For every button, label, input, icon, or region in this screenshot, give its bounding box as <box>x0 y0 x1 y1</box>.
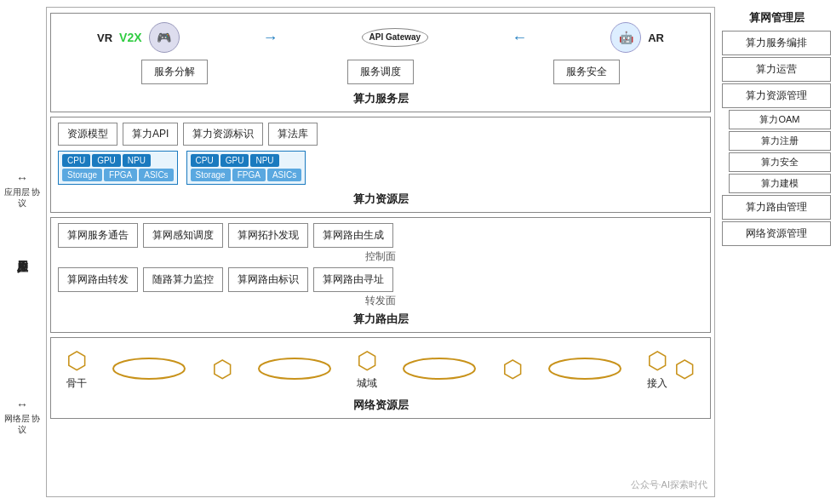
cr-item-1: 算力API <box>123 123 178 146</box>
left-panel: 用户及应用 ↔ 应用层 协议 ↔ 网络层 协议 <box>0 7 44 497</box>
switch-icon-mid1: ⬡ <box>212 355 232 383</box>
chips-row-1-1: CPU GPU NPU <box>62 154 174 167</box>
chips-section: CPU GPU NPU Storage FPGA ASICs CPU GPU <box>58 151 703 185</box>
svg-point-3 <box>549 358 621 379</box>
svg-point-2 <box>404 358 475 379</box>
network-node-end: ⬡ <box>674 355 695 383</box>
chip-storage-2: Storage <box>191 169 231 181</box>
ctrl-item-3: 算网路由生成 <box>313 223 393 248</box>
chips-row-2-1: CPU GPU NPU <box>191 154 302 167</box>
forward-plane-label: 转发面 <box>58 294 703 308</box>
network-node-0: ⬡ 骨干 <box>66 346 87 391</box>
forward-plane-row: 算网路由转发 随路算力监控 算网路由标识 算网路由寻址 <box>58 267 703 292</box>
fwd-item-0: 算网路由转发 <box>58 267 138 292</box>
right-item-6[interactable]: 算力建模 <box>729 174 831 193</box>
watermark: 公众号·AI探索时代 <box>631 478 707 491</box>
right-item-7[interactable]: 算力路由管理 <box>722 195 831 220</box>
chip-cpu-2: CPU <box>191 154 219 167</box>
svg-point-0 <box>113 358 185 379</box>
arrow-left-1: ← <box>512 29 527 47</box>
right-item-1[interactable]: 算力运营 <box>722 57 831 82</box>
cr-top-row: 资源模型 算力API 算力资源标识 算法库 <box>58 123 703 146</box>
compute-resource-box: 资源模型 算力API 算力资源标识 算法库 CPU GPU NPU Storag… <box>50 117 711 213</box>
ctrl-item-1: 算网感知调度 <box>143 223 223 248</box>
network-node-1: ⬡ 城域 <box>357 346 377 391</box>
chip-npu-1: NPU <box>123 154 151 167</box>
network-nodes-row: ⬡ 骨干 ⬡ <box>58 343 703 394</box>
center-diagram: VR V2X 🎮 → API Gateway ← 🤖 AR <box>46 7 715 497</box>
control-plane-row: 算网服务通告 算网感知调度 算网拓扑发现 算网路由生成 <box>58 223 703 248</box>
oval-line-1 <box>94 356 205 381</box>
right-panel-title: 算网管理层 <box>722 10 831 26</box>
cr-item-2: 算力资源标识 <box>183 123 263 146</box>
vr-label: VR <box>97 32 112 44</box>
node-label-1: 城域 <box>357 376 377 391</box>
service-top-row: VR V2X 🎮 → API Gateway ← 🤖 AR <box>58 19 703 56</box>
chips-row-2-2: Storage FPGA ASICs <box>191 169 302 181</box>
right-item-3[interactable]: 算力OAM <box>729 110 831 129</box>
network-node-2: ⬡ 接入 <box>647 346 667 391</box>
switch-icon-1: ⬡ <box>357 346 377 375</box>
compute-resource-layer-label: 算力资源层 <box>58 192 703 207</box>
network-layer-label: 网络资源层 <box>58 398 703 413</box>
oval-line-2 <box>239 356 351 381</box>
oval-line-4 <box>530 356 641 381</box>
switch-icon-end: ⬡ <box>674 355 695 383</box>
right-panel: 算网管理层 算力服务编排 算力运营 算力资源管理 算力OAM 算力注册 算力安全… <box>717 7 836 497</box>
switch-icon-2: ⬡ <box>647 346 667 375</box>
control-plane-label: 控制面 <box>58 249 703 264</box>
switch-icon-0: ⬡ <box>66 346 87 375</box>
network-node-mid1: ⬡ <box>212 355 232 383</box>
network-node-mid2: ⬡ <box>502 355 523 383</box>
oval-line-3 <box>384 356 495 381</box>
v2x-label: V2X <box>119 31 141 44</box>
api-gateway: API Gateway <box>362 28 429 47</box>
node-label-2: 接入 <box>647 376 667 391</box>
service-items-row: 服务分解 服务调度 服务安全 <box>58 60 703 84</box>
routing-layer-label: 算力路由层 <box>58 312 703 327</box>
chips-group-1: CPU GPU NPU Storage FPGA ASICs <box>58 151 178 185</box>
right-item-4[interactable]: 算力注册 <box>729 131 831 151</box>
routing-layer-box: 算网服务通告 算网感知调度 算网拓扑发现 算网路由生成 控制面 算网路由转发 随… <box>50 217 711 333</box>
node-label-0: 骨干 <box>66 376 87 391</box>
main-container: 用户及应用 ↔ 应用层 协议 ↔ 网络层 协议 VR V2X 🎮 <box>0 0 836 504</box>
chip-npu-2: NPU <box>250 154 278 167</box>
network-protocol-arrow: ↔ 网络层 协议 <box>0 398 44 435</box>
switch-icon-mid2: ⬡ <box>502 355 523 383</box>
ctrl-item-0: 算网服务通告 <box>58 223 138 248</box>
ctrl-item-2: 算网拓扑发现 <box>228 223 308 248</box>
oval-svg-3 <box>401 356 478 381</box>
app-protocol-arrow: ↔ 应用层 协议 <box>0 171 44 209</box>
chip-cpu-1: CPU <box>62 154 90 167</box>
right-item-5[interactable]: 算力安全 <box>729 152 831 172</box>
chip-asics-1: ASICs <box>139 169 173 181</box>
chips-row-1-2: Storage FPGA ASICs <box>62 169 174 181</box>
arrow-right-1: → <box>263 29 278 47</box>
chip-asics-2: ASICs <box>267 169 301 181</box>
ai-icon: 🤖 <box>610 22 641 53</box>
vr-icon: 🎮 <box>149 22 180 53</box>
svg-point-1 <box>259 358 330 379</box>
fwd-item-2: 算网路由标识 <box>228 267 308 292</box>
chip-gpu-1: GPU <box>92 154 121 167</box>
chip-gpu-2: GPU <box>220 154 249 167</box>
right-item-2[interactable]: 算力资源管理 <box>722 83 831 108</box>
fwd-item-3: 算网路由寻址 <box>313 267 393 292</box>
chips-group-2: CPU GPU NPU Storage FPGA ASICs <box>186 151 306 185</box>
chip-fpga-1: FPGA <box>104 169 137 181</box>
cr-item-0: 资源模型 <box>58 123 117 146</box>
chip-storage-1: Storage <box>62 169 102 181</box>
fwd-item-1: 随路算力监控 <box>143 267 223 292</box>
cr-item-3: 算法库 <box>268 123 318 146</box>
oval-svg-1 <box>111 356 187 381</box>
service-layer-label: 算力服务层 <box>58 91 703 106</box>
ar-label: AR <box>648 32 664 44</box>
oval-svg-2 <box>256 356 333 381</box>
service-item-1: 服务调度 <box>347 60 414 84</box>
right-item-0[interactable]: 算力服务编排 <box>722 31 831 55</box>
right-service-icons: 🤖 AR <box>610 22 664 53</box>
right-item-8[interactable]: 网络资源管理 <box>722 221 831 246</box>
oval-svg-4 <box>547 356 623 381</box>
network-layer-box: ⬡ 骨干 ⬡ <box>50 337 711 419</box>
service-item-0: 服务分解 <box>141 60 208 84</box>
